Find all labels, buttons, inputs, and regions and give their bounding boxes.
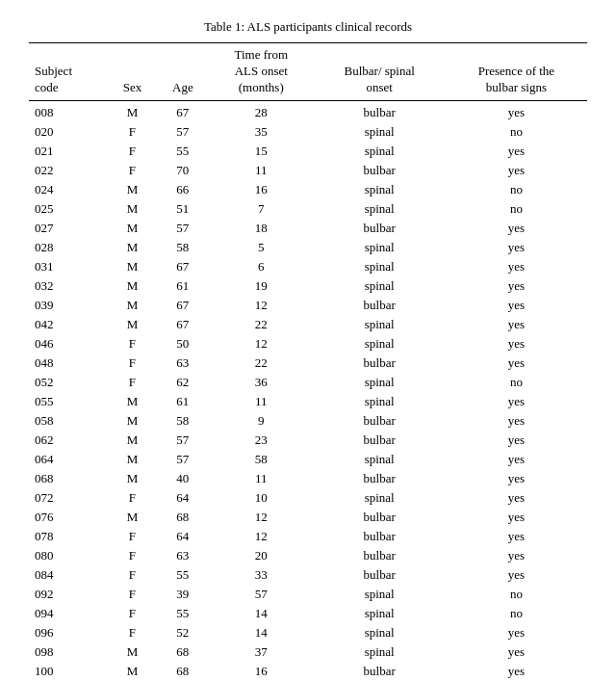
- cell-bulbar_spinal: spinal: [314, 180, 446, 199]
- cell-time_from: 35: [209, 122, 314, 142]
- cell-bulbar_spinal: spinal: [314, 585, 446, 604]
- cell-bulbar_spinal: spinal: [314, 623, 446, 642]
- table-row: 100M6816bulbaryes: [29, 662, 587, 681]
- table-row: 022F7011bulbaryes: [29, 161, 587, 180]
- cell-presence: yes: [446, 100, 587, 122]
- cell-sex: M: [108, 199, 157, 219]
- cell-bulbar_spinal: spinal: [314, 142, 446, 161]
- table-row: 046F5012spinalyes: [29, 334, 587, 354]
- cell-bulbar_spinal: spinal: [314, 238, 446, 257]
- cell-presence: yes: [446, 219, 587, 238]
- table-row: 031M676spinalyes: [29, 257, 587, 276]
- cell-subject_code: 008: [29, 100, 108, 122]
- cell-presence: yes: [446, 276, 587, 296]
- table-row: 028M585spinalyes: [29, 238, 587, 257]
- cell-subject_code: 022: [29, 161, 108, 180]
- cell-subject_code: 098: [29, 642, 108, 662]
- cell-subject_code: 096: [29, 623, 108, 642]
- cell-subject_code: 068: [29, 469, 108, 488]
- cell-age: 63: [157, 354, 209, 373]
- cell-subject_code: 031: [29, 257, 108, 276]
- table-row: 048F6322bulbaryes: [29, 354, 587, 373]
- cell-age: 39: [157, 585, 209, 604]
- cell-age: 64: [157, 527, 209, 546]
- cell-subject_code: 076: [29, 508, 108, 527]
- cell-presence: no: [446, 199, 587, 219]
- cell-age: 55: [157, 142, 209, 161]
- cell-age: 51: [157, 199, 209, 219]
- cell-age: 62: [157, 373, 209, 392]
- cell-subject_code: 042: [29, 315, 108, 334]
- cell-age: 68: [157, 508, 209, 527]
- cell-presence: no: [446, 180, 587, 199]
- cell-bulbar_spinal: bulbar: [314, 662, 446, 681]
- table-row: 021F5515spinalyes: [29, 142, 587, 161]
- table-row: 078F6412bulbaryes: [29, 527, 587, 546]
- cell-sex: M: [108, 315, 157, 334]
- cell-sex: M: [108, 180, 157, 199]
- cell-bulbar_spinal: spinal: [314, 392, 446, 411]
- table-row: 027M5718bulbaryes: [29, 219, 587, 238]
- cell-subject_code: 032: [29, 276, 108, 296]
- cell-presence: yes: [446, 334, 587, 354]
- cell-bulbar_spinal: spinal: [314, 199, 446, 219]
- cell-subject_code: 064: [29, 450, 108, 469]
- cell-sex: F: [108, 334, 157, 354]
- cell-subject_code: 020: [29, 122, 108, 142]
- cell-age: 52: [157, 623, 209, 642]
- cell-presence: yes: [446, 662, 587, 681]
- cell-bulbar_spinal: bulbar: [314, 100, 446, 122]
- cell-time_from: 16: [209, 180, 314, 199]
- table-row: 068M4011bulbaryes: [29, 469, 587, 488]
- cell-presence: yes: [446, 411, 587, 431]
- cell-age: 70: [157, 161, 209, 180]
- cell-subject_code: 080: [29, 546, 108, 565]
- cell-bulbar_spinal: bulbar: [314, 565, 446, 585]
- cell-subject_code: 021: [29, 142, 108, 161]
- cell-time_from: 19: [209, 276, 314, 296]
- cell-time_from: 14: [209, 604, 314, 623]
- cell-bulbar_spinal: spinal: [314, 276, 446, 296]
- table-row: 062M5723bulbaryes: [29, 431, 587, 450]
- cell-age: 61: [157, 392, 209, 411]
- cell-presence: yes: [446, 238, 587, 257]
- cell-bulbar_spinal: spinal: [314, 373, 446, 392]
- cell-subject_code: 027: [29, 219, 108, 238]
- cell-subject_code: 094: [29, 604, 108, 623]
- cell-time_from: 11: [209, 392, 314, 411]
- cell-time_from: 12: [209, 508, 314, 527]
- cell-time_from: 15: [209, 142, 314, 161]
- col-age: Age: [157, 43, 209, 101]
- cell-subject_code: 058: [29, 411, 108, 431]
- cell-sex: M: [108, 431, 157, 450]
- cell-sex: F: [108, 122, 157, 142]
- cell-subject_code: 039: [29, 296, 108, 315]
- cell-sex: M: [108, 662, 157, 681]
- cell-presence: yes: [446, 546, 587, 565]
- cell-presence: yes: [446, 392, 587, 411]
- cell-age: 68: [157, 642, 209, 662]
- cell-age: 63: [157, 546, 209, 565]
- header-row: Subjectcode Sex Age Time fromALS onset(m…: [29, 43, 587, 101]
- cell-bulbar_spinal: spinal: [314, 334, 446, 354]
- table-title: Table 1: ALS participants clinical recor…: [29, 19, 587, 35]
- cell-presence: no: [446, 122, 587, 142]
- cell-age: 67: [157, 315, 209, 334]
- table-row: 094F5514spinalno: [29, 604, 587, 623]
- table-row: 042M6722spinalyes: [29, 315, 587, 334]
- cell-presence: yes: [446, 488, 587, 508]
- cell-presence: no: [446, 585, 587, 604]
- cell-sex: M: [108, 392, 157, 411]
- cell-presence: yes: [446, 469, 587, 488]
- cell-sex: F: [108, 161, 157, 180]
- table-row: 072F6410spinalyes: [29, 488, 587, 508]
- cell-sex: F: [108, 604, 157, 623]
- cell-bulbar_spinal: bulbar: [314, 431, 446, 450]
- cell-bulbar_spinal: bulbar: [314, 546, 446, 565]
- cell-time_from: 12: [209, 296, 314, 315]
- cell-presence: yes: [446, 527, 587, 546]
- cell-sex: M: [108, 276, 157, 296]
- cell-age: 58: [157, 238, 209, 257]
- cell-bulbar_spinal: bulbar: [314, 354, 446, 373]
- cell-sex: M: [108, 411, 157, 431]
